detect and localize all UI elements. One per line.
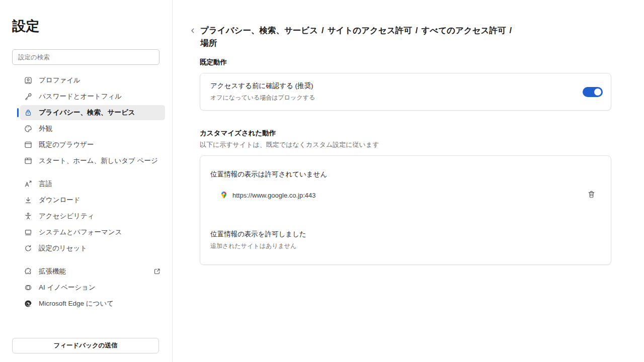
location-settings-content: 既定動作 アクセスする前に確認する (推奨) オフになっている場合はブロックする… <box>200 58 611 265</box>
back-chevron-icon <box>189 26 196 35</box>
sidebar-item-label: 設定のリセット <box>39 244 87 253</box>
edge-settings-page: 設定 プロファイル パスワードとオートフィル <box>0 0 644 362</box>
sidebar-item-label: 拡張機能 <box>39 267 66 276</box>
google-maps-pin-icon <box>220 191 228 199</box>
edge-logo-icon <box>24 300 32 308</box>
customized-behavior-heading: カスタマイズされた動作 <box>200 129 611 138</box>
sidebar-item-downloads[interactable]: ダウンロード <box>20 193 165 208</box>
sidebar-item-profiles[interactable]: プロファイル <box>20 73 165 88</box>
external-link-icon <box>153 267 161 276</box>
default-behavior-heading: 既定動作 <box>200 58 611 67</box>
customized-behavior-subtitle: 以下に示すサイトは、既定ではなくカスタム設定に従います <box>200 140 611 149</box>
search-input[interactable] <box>12 49 159 65</box>
breadcrumb: プライバシー、検索、サービス/サイトのアクセス許可/すべてのアクセス許可/ 場所 <box>189 24 644 49</box>
puzzle-icon <box>24 267 32 276</box>
sidebar-item-extensions[interactable]: 拡張機能 <box>20 264 165 279</box>
trash-icon <box>587 190 596 200</box>
sidebar-item-reset-settings[interactable]: 設定のリセット <box>20 241 165 256</box>
allowed-sites-empty-text: 追加されたサイトはありません <box>210 242 599 250</box>
breadcrumb-trail: プライバシー、検索、サービス/サイトのアクセス許可/すべてのアクセス許可/ 場所 <box>200 24 588 49</box>
sidebar-item-start-home-newtab[interactable]: スタート、ホーム、新しいタブ ページ <box>20 153 165 168</box>
sidebar-item-label: スタート、ホーム、新しいタブ ページ <box>39 156 158 165</box>
sidebar-item-about-edge[interactable]: Microsoft Edge について <box>20 296 165 311</box>
sidebar-item-ai-innovation[interactable]: AI イノベーション <box>20 280 165 295</box>
ask-before-access-toggle[interactable] <box>583 87 603 97</box>
delete-site-button[interactable] <box>586 189 597 201</box>
sidebar-group-1: プロファイル パスワードとオートフィル プライバシー、検索、サービ <box>0 73 172 168</box>
sidebar-item-label: プライバシー、検索、サービス <box>39 108 135 117</box>
page-title: 設定 <box>0 0 172 35</box>
default-behavior-card: アクセスする前に確認する (推奨) オフになっている場合はブロックする <box>200 73 611 111</box>
sidebar-item-label: パスワードとオートフィル <box>39 92 122 101</box>
lock-icon <box>24 109 32 117</box>
sidebar-group-3: 拡張機能 AI イノベーション <box>0 264 172 311</box>
blocked-sites-title: 位置情報の表示は許可されていません <box>210 170 599 179</box>
breadcrumb-separator: / <box>321 26 324 35</box>
settings-main-panel: プライバシー、検索、サービス/サイトのアクセス許可/すべてのアクセス許可/ 場所… <box>173 0 644 362</box>
sidebar-item-label: 外観 <box>39 124 52 133</box>
blocked-site-row: https://www.google.co.jp:443 <box>220 187 599 204</box>
download-icon <box>24 196 32 204</box>
breadcrumb-location-current: 場所 <box>200 37 588 49</box>
breadcrumb-privacy[interactable]: プライバシー、検索、サービス <box>200 26 318 35</box>
sidebar-item-appearance[interactable]: 外観 <box>20 121 165 136</box>
ask-before-access-title: アクセスする前に確認する (推奨) <box>210 81 315 90</box>
breadcrumb-separator: / <box>509 26 512 35</box>
customized-behavior-card: 位置情報の表示は許可されていません <box>200 155 611 265</box>
toggle-knob <box>594 88 601 96</box>
ask-before-access-subtitle: オフになっている場合はブロックする <box>210 94 315 102</box>
breadcrumb-all-permissions[interactable]: すべてのアクセス許可 <box>421 26 506 35</box>
reset-icon <box>24 244 32 252</box>
sidebar-item-privacy[interactable]: プライバシー、検索、サービス <box>20 105 165 120</box>
blocked-site-url: https://www.google.co.jp:443 <box>232 192 316 199</box>
sidebar-item-system-performance[interactable]: システムとパフォーマンス <box>20 225 165 240</box>
breadcrumb-site-permissions[interactable]: サイトのアクセス許可 <box>328 26 412 35</box>
sidebar-item-languages[interactable]: 言語 <box>20 176 165 192</box>
allowed-sites-title: 位置情報の表示を許可しました <box>210 230 599 239</box>
sidebar-item-label: 言語 <box>39 179 52 189</box>
sidebar-item-label: 既定のブラウザー <box>39 140 94 149</box>
back-button[interactable] <box>189 26 196 35</box>
sidebar-item-label: プロファイル <box>39 76 80 85</box>
sidebar-item-label: ダウンロード <box>39 196 80 205</box>
sidebar-item-label: Microsoft Edge について <box>39 299 114 308</box>
sidebar-item-label: システムとパフォーマンス <box>39 228 122 237</box>
language-icon <box>24 180 32 188</box>
sidebar-item-accessibility[interactable]: アクセシビリティ <box>20 209 165 224</box>
settings-sidebar: 設定 プロファイル パスワードとオートフィル <box>0 0 173 362</box>
system-icon <box>24 228 32 236</box>
browser-icon <box>24 141 32 149</box>
profile-icon <box>24 76 32 84</box>
sidebar-item-label: AI イノベーション <box>39 283 96 292</box>
ask-before-access-text: アクセスする前に確認する (推奨) オフになっている場合はブロックする <box>210 81 315 102</box>
sidebar-item-passwords[interactable]: パスワードとオートフィル <box>20 89 165 104</box>
sidebar-item-label: アクセシビリティ <box>39 212 95 221</box>
tab-icon <box>24 157 32 165</box>
key-icon <box>24 93 32 101</box>
breadcrumb-separator: / <box>416 26 418 35</box>
sidebar-group-2: 言語 ダウンロード アクセシビリティ <box>0 176 172 256</box>
allowed-sites-group: 位置情報の表示を許可しました 追加されたサイトはありません <box>210 230 599 250</box>
ai-icon <box>24 284 32 292</box>
send-feedback-button[interactable]: フィードバックの送信 <box>12 338 159 353</box>
selected-indicator <box>17 108 19 117</box>
palette-icon <box>24 125 32 133</box>
accessibility-icon <box>24 212 32 220</box>
sidebar-item-default-browser[interactable]: 既定のブラウザー <box>20 137 165 152</box>
